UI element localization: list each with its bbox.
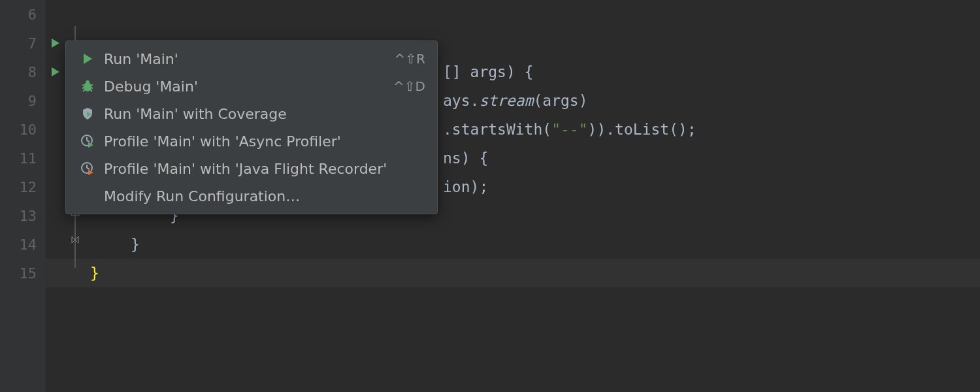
svg-point-3 <box>86 80 90 84</box>
menu-item-shortcut: ^⇧R <box>395 51 425 67</box>
svg-line-7 <box>91 88 93 88</box>
line-number: 12 <box>0 172 46 201</box>
svg-line-6 <box>82 88 84 88</box>
line-number: 11 <box>0 144 46 172</box>
line-number: 7 <box>0 29 46 57</box>
svg-line-15 <box>87 168 90 169</box>
menu-item-label: Run 'Main' <box>104 51 395 67</box>
gutter-run-icon[interactable] <box>47 63 64 80</box>
menu-item-label: Profile 'Main' with 'Async Profiler' <box>104 133 425 150</box>
line-number: 14 <box>0 230 46 259</box>
menu-item-coverage[interactable]: Run 'Main' with Coverage <box>66 100 437 127</box>
menu-item-label: Run 'Main' with Coverage <box>104 106 425 122</box>
code-line: ns) { <box>443 144 488 172</box>
svg-line-8 <box>83 90 85 91</box>
svg-line-12 <box>87 140 90 142</box>
menu-item-label: Debug 'Main' <box>104 78 393 95</box>
menu-item-label: Profile 'Main' with 'Java Flight Recorde… <box>104 161 425 177</box>
menu-item-run[interactable]: Run 'Main' ^⇧R <box>66 45 437 73</box>
shield-play-icon <box>78 105 97 122</box>
svg-line-4 <box>82 85 85 86</box>
line-number: 6 <box>0 0 46 29</box>
menu-item-profile-jfr[interactable]: Profile 'Main' with 'Java Flight Recorde… <box>66 155 437 182</box>
menu-item-profile-async[interactable]: Profile 'Main' with 'Async Profiler' <box>66 127 437 155</box>
line-number: 8 <box>0 57 46 86</box>
code-line: } <box>90 259 99 287</box>
gutter-run-icon[interactable] <box>47 35 64 52</box>
clock-play-icon <box>78 133 97 150</box>
bug-icon <box>78 78 97 95</box>
line-number: 15 <box>0 259 46 287</box>
clock-record-icon <box>78 160 97 177</box>
code-line: } <box>131 230 140 259</box>
fold-end-icon[interactable] <box>71 235 80 244</box>
code-line: ays.stream(args) <box>443 86 588 115</box>
code-line: [] args) { <box>443 57 533 86</box>
gutter-context-menu: Run 'Main' ^⇧R Debug 'Main' ^⇧D Ru <box>65 41 438 214</box>
line-number: 9 <box>0 86 46 115</box>
line-number: 13 <box>0 201 46 230</box>
play-icon <box>78 50 97 67</box>
line-number: 10 <box>0 115 46 144</box>
menu-item-shortcut: ^⇧D <box>393 78 425 94</box>
blank-icon <box>78 188 97 204</box>
code-line: ion); <box>443 172 488 201</box>
menu-item-label: Modify Run Configuration… <box>104 188 425 204</box>
svg-line-9 <box>90 90 92 91</box>
svg-line-5 <box>90 85 93 86</box>
menu-item-debug[interactable]: Debug 'Main' ^⇧D <box>66 73 437 100</box>
code-line: .startsWith("--")).toList(); <box>443 115 696 144</box>
menu-item-modify-config[interactable]: Modify Run Configuration… <box>66 182 437 210</box>
line-number-gutter: 6 7 8 9 10 11 12 13 14 15 <box>0 0 46 392</box>
